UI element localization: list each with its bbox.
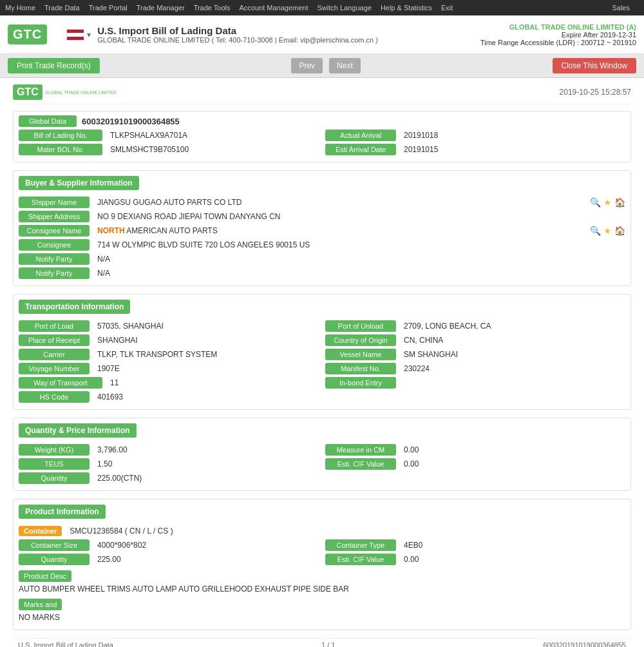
esti-cif-value: 0.00 [401, 458, 625, 470]
doc-footer-left: U.S. Import Bill of Lading Data [18, 641, 113, 647]
bol-row: Bill of Lading No. TLKPSHALAX9A701A Actu… [19, 130, 625, 141]
basic-info-inner: Global Data 600320191019000364855 Bill o… [14, 115, 630, 162]
time-range: Time Range Accessible (LDR) : 200712 ~ 2… [480, 39, 636, 46]
prod-cif-value: 0.00 [401, 554, 625, 565]
shipper-name-label: Shipper Name [19, 197, 90, 208]
marks-value: NO MARKS [19, 613, 625, 622]
product-desc-label: Product Desc [19, 570, 71, 582]
print-button-top[interactable]: Print Trade Record(s) [8, 58, 100, 73]
shipper-home-icon[interactable]: 🏠 [614, 197, 625, 208]
container-size-value: 4000*906*802 [95, 539, 319, 551]
notify-party1-value: N/A [95, 253, 625, 265]
shipper-name-row: Shipper Name JIANGSU GUGAO AUTO PARTS CO… [19, 197, 625, 208]
port-unload-half: Port of Unload 2709, LONG BEACH, CA [325, 320, 625, 332]
notify-party1-label: Notify Party [19, 253, 90, 265]
place-receipt-value: SHANGHAI [95, 334, 319, 346]
doc-logo: GTC GLOBAL TRADE ONLINE LIMITED [13, 84, 117, 100]
inbond-half: In-bond Entry [325, 377, 625, 389]
consignee-search-icon[interactable]: 🔍 [590, 226, 601, 236]
buyer-supplier-title: Buyer & Supplier Information [19, 176, 139, 190]
nav-my-home[interactable]: My Home [5, 4, 35, 12]
shipper-star-icon[interactable]: ★ [603, 197, 612, 208]
manifest-no-value: 230224 [401, 363, 625, 374]
container-row: Container SMCU1236584 ( CN / L / CS ) [19, 525, 625, 537]
doc-footer: U.S. Import Bill of Lading Data 1 / 1 60… [13, 638, 631, 647]
container-size-type-row: Container Size 4000*906*802 Container Ty… [19, 539, 625, 551]
measure-half: Measure in CM 0.00 [325, 444, 625, 456]
consignee-value: 714 W OLYMPIC BLVD SUITE 720 LOS ANGELES… [95, 239, 625, 251]
nav-exit[interactable]: Exit [441, 4, 453, 12]
port-unload-value: 2709, LONG BEACH, CA [401, 320, 625, 332]
nav-account-management[interactable]: Account Management [240, 4, 308, 12]
expire-date: Expire After 2019-12-31 [480, 31, 636, 39]
notify-party2-row: Notify Party N/A [19, 267, 625, 279]
notify-party1-row: Notify Party N/A [19, 253, 625, 265]
company-name: GLOBAL TRADE ONLINE LIMITED (A) [480, 23, 636, 31]
bol-half: Bill of Lading No. TLKPSHALAX9A701A [19, 130, 319, 141]
consignee-star-icon[interactable]: ★ [603, 226, 612, 236]
product-title: Product Information [19, 505, 106, 519]
port-row: Port of Load 57035, SHANGHAI Port of Unl… [19, 320, 625, 332]
product-desc-value: AUTO BUMPER WHEEL TRIMS AUTO LAMP AUTO G… [19, 584, 625, 594]
header-bar: GTC ▾ U.S. Import Bill of Lading Data GL… [0, 15, 644, 54]
bol-value: TLKPSHALAX9A701A [108, 130, 319, 141]
container-type-value: 4EB0 [401, 539, 625, 551]
mater-bol-row: Mater BOL No. SMLMSHCT9B705100 Esti Arri… [19, 144, 625, 155]
port-load-value: 57035, SHANGHAI [95, 320, 319, 332]
logo-area: GTC [8, 24, 47, 44]
shipper-address-row: Shipper Address NO 9 DEXIANG ROAD JIEPAI… [19, 211, 625, 222]
esti-arrival-half: Esti Arrival Date 20191015 [325, 144, 625, 155]
weight-label: Weight (KG) [19, 444, 90, 456]
container-value: SMCU1236584 ( CN / L / CS ) [67, 525, 625, 537]
consignee-name-rest: AMERICAN AUTO PARTS [125, 226, 218, 235]
consignee-home-icon[interactable]: 🏠 [614, 226, 625, 236]
teus-label: TEUS [19, 458, 90, 470]
transport-title: Transportation Information [19, 300, 130, 314]
next-button-top[interactable]: Next [329, 58, 361, 73]
nav-help-statistics[interactable]: Help & Statistics [381, 4, 432, 12]
country-origin-label: Country of Origin [325, 334, 396, 346]
actual-arrival-half: Actual Arrival 20191018 [325, 130, 625, 141]
nav-trade-manager[interactable]: Trade Manager [137, 4, 185, 12]
nav-switch-language[interactable]: Switch Language [317, 4, 372, 12]
header-center: U.S. Import Bill of Lading Data GLOBAL T… [97, 25, 480, 44]
prod-cif-half: Esti. CIF Value 0.00 [325, 554, 625, 565]
marks-label: Marks and [19, 599, 62, 610]
prev-button-top[interactable]: Prev [291, 58, 323, 73]
shipper-search-icon[interactable]: 🔍 [590, 197, 601, 208]
close-button-top[interactable]: Close This Window [553, 58, 636, 73]
shipper-name-value: JIANGSU GUGAO AUTO PARTS CO LTD [95, 197, 585, 208]
mater-bol-label: Mater BOL No. [19, 144, 102, 155]
product-desc-section: Product Desc AUTO BUMPER WHEEL TRIMS AUT… [14, 568, 630, 594]
way-transport-value: 11 [108, 377, 319, 389]
container-size-label: Container Size [19, 539, 90, 551]
quantity-label: Quantity [19, 472, 90, 484]
nav-sales[interactable]: Sales [612, 4, 630, 12]
transport-inner: Port of Load 57035, SHANGHAI Port of Unl… [14, 320, 630, 409]
container-badge: Container [19, 526, 62, 536]
global-data-value: 600320191019000364855 [82, 117, 180, 126]
nav-trade-tools[interactable]: Trade Tools [194, 4, 231, 12]
transport-card: Transportation Information Port of Load … [13, 294, 631, 410]
nav-trade-data[interactable]: Trade Data [44, 4, 80, 12]
port-load-half: Port of Load 57035, SHANGHAI [19, 320, 319, 332]
carrier-half: Carrier TLKP, TLK TRANSPORT SYSTEM [19, 349, 319, 360]
nav-trade-portal[interactable]: Trade Portal [89, 4, 128, 12]
carrier-label: Carrier [19, 349, 90, 360]
buyer-supplier-inner: Shipper Name JIANGSU GUGAO AUTO PARTS CO… [14, 197, 630, 285]
consignee-name-row: Consignee Name NORTH AMERICAN AUTO PARTS… [19, 225, 625, 237]
mater-bol-value: SMLMSHCT9B705100 [108, 144, 319, 155]
vessel-name-label: Vessel Name [325, 349, 396, 360]
prod-cif-label: Esti. CIF Value [325, 554, 396, 565]
quantity-price-card: Quantity & Price Information Weight (KG)… [13, 418, 631, 491]
esti-arrival-value: 20191015 [401, 144, 625, 155]
weight-half: Weight (KG) 3,796.00 [19, 444, 319, 456]
country-origin-value: CN, CHINA [401, 334, 625, 346]
country-origin-half: Country of Origin CN, CHINA [325, 334, 625, 346]
shipper-address-value: NO 9 DEXIANG ROAD JIEPAI TOWN DANYANG CN [95, 211, 625, 222]
vessel-name-half: Vessel Name SM SHANGHAI [325, 349, 625, 360]
place-receipt-half: Place of Receipt SHANGHAI [19, 334, 319, 346]
prod-qty-cif-row: Quantity 225.00 Esti. CIF Value 0.00 [19, 554, 625, 565]
global-data-row: Global Data 600320191019000364855 [19, 115, 625, 127]
esti-cif-label: Esti. CIF Value [325, 458, 396, 470]
